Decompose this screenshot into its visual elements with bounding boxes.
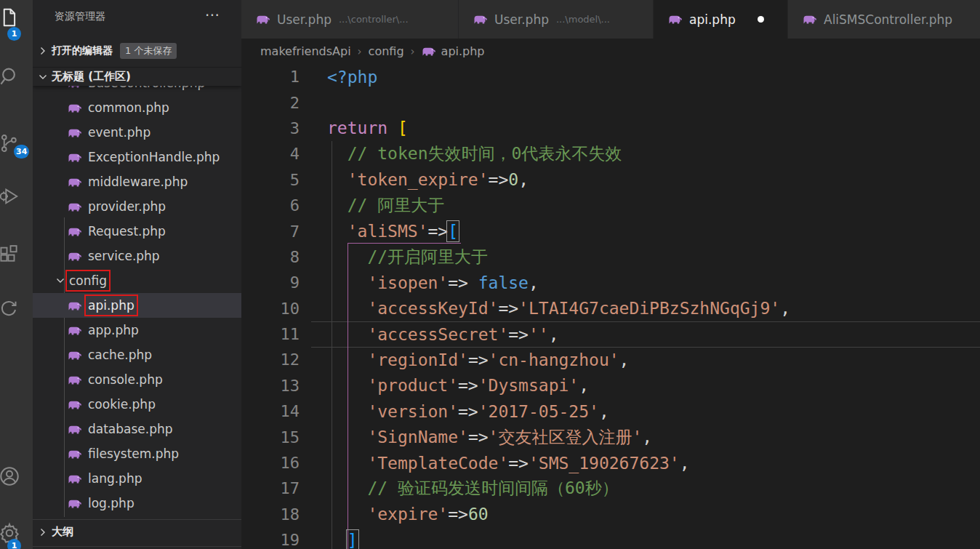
code-line-19[interactable]: 19 ]: [241, 527, 980, 549]
code-line-8[interactable]: 8 //开启阿里大于: [241, 244, 980, 270]
file-row-event-php[interactable]: event.php: [33, 120, 241, 145]
tab-description: ...\model\...: [556, 14, 610, 25]
tab-api-php[interactable]: api.php: [654, 0, 787, 39]
code-line-17[interactable]: 17 // 验证码发送时间间隔（60秒）: [241, 476, 980, 501]
code-line-11[interactable]: 11 'accessSecret'=>'',: [241, 321, 980, 347]
file-row-api-php[interactable]: api.php: [33, 293, 241, 318]
code-line-9[interactable]: 9 'isopen'=> false,: [241, 270, 980, 295]
file-row-database-php[interactable]: database.php: [33, 417, 241, 441]
file-row-service-php[interactable]: service.php: [33, 244, 241, 268]
settings-gear-badge: 1: [7, 539, 21, 549]
code-text: <?php: [327, 68, 377, 87]
file-label: database.php: [88, 422, 173, 436]
line-number: 12: [241, 350, 300, 369]
breadcrumb-file[interactable]: api.php: [441, 44, 485, 58]
code-line-13[interactable]: 13 'product'=>'Dysmsapi',: [241, 373, 980, 398]
line-number: 9: [241, 273, 300, 292]
code-editor[interactable]: 1<?php23return [4 // token失效时间，0代表永不失效5 …: [241, 64, 980, 549]
extensions-icon[interactable]: [0, 244, 21, 267]
search-icon[interactable]: [0, 65, 21, 89]
code-line-12[interactable]: 12 'regionId'=>'cn-hangzhou',: [241, 347, 980, 372]
breadcrumb-separator: ›: [411, 45, 415, 58]
line-number: 3: [241, 119, 300, 137]
line-number: 18: [241, 505, 300, 524]
files-badge: 1: [7, 27, 21, 41]
code-line-14[interactable]: 14 'version'=>'2017-05-25',: [241, 398, 980, 424]
file-label: cookie.php: [88, 397, 156, 412]
folder-row-config[interactable]: config: [33, 268, 241, 293]
file-row-common-php[interactable]: common.php: [33, 95, 241, 120]
code-line-16[interactable]: 16 'TemplateCode'=>'SMS_190267623',: [241, 450, 980, 476]
code-line-18[interactable]: 18 'expire'=>60: [241, 502, 980, 527]
sync-icon[interactable]: [0, 297, 21, 321]
code-text: // token失效时间，0代表永不失效: [327, 143, 622, 165]
file-label: Request.php: [88, 224, 166, 239]
php-elephant-icon: [68, 225, 82, 238]
tab-User-php-model[interactable]: User.php...\model\...: [459, 0, 653, 39]
activity-bar: 1341: [0, 0, 33, 549]
section-divider: [33, 546, 241, 547]
file-row-lang-php[interactable]: lang.php: [33, 466, 241, 491]
chevron-down-icon: [55, 275, 66, 286]
modified-dot-icon[interactable]: [758, 16, 764, 23]
run-debug-icon[interactable]: [0, 185, 21, 209]
file-row-ExceptionHandle-php[interactable]: ExceptionHandle.php: [33, 145, 241, 169]
file-row-cookie-php[interactable]: cookie.php: [33, 392, 241, 417]
account-icon[interactable]: [0, 465, 21, 488]
code-line-1[interactable]: 1<?php: [241, 64, 980, 89]
php-elephant-icon: [68, 448, 82, 460]
code-line-4[interactable]: 4 // token失效时间，0代表永不失效: [241, 141, 980, 167]
outline-label: 大纲: [52, 525, 73, 539]
code-text: //开启阿里大于: [327, 246, 488, 268]
tab-bar: User.php...\controller\...User.php...\mo…: [241, 0, 980, 39]
tab-AliSMSController-php[interactable]: AliSMSController.php: [788, 0, 980, 39]
breadcrumb-item[interactable]: makefriendsApi: [260, 44, 351, 58]
line-number: 2: [241, 94, 300, 112]
php-elephant-icon: [68, 151, 82, 164]
file-row-middleware-php[interactable]: middleware.php: [33, 169, 241, 194]
php-elephant-icon: [68, 324, 82, 337]
more-actions-icon[interactable]: ⋯: [205, 6, 221, 23]
file-row-filesystem-php[interactable]: filesystem.php: [33, 441, 241, 466]
explorer-sidebar: 资源管理器 ⋯ 打开的编辑器 1 个未保存 BaseController.php…: [33, 0, 241, 549]
code-line-2[interactable]: 2: [241, 89, 980, 115]
file-row-provider-php[interactable]: provider.php: [33, 194, 241, 219]
file-label: event.php: [88, 125, 150, 140]
file-row-console-php[interactable]: console.php: [33, 367, 241, 392]
file-label: middleware.php: [88, 175, 188, 189]
php-elephant-icon: [68, 398, 82, 411]
php-elephant-icon: [422, 45, 436, 57]
code-line-7[interactable]: 7 'aliSMS'=>[: [241, 218, 980, 244]
code-text: // 验证码发送时间间隔（60秒）: [327, 477, 619, 500]
php-elephant-icon: [68, 497, 82, 510]
file-row-cache-php[interactable]: cache.php: [33, 342, 241, 367]
file-label: common.php: [88, 100, 169, 115]
code-text: 'accessSecret'=>'',: [327, 325, 559, 344]
code-text: return [: [327, 119, 408, 137]
file-label: api.php: [88, 298, 134, 313]
unsaved-count-badge: 1 个未保存: [120, 43, 177, 59]
code-line-6[interactable]: 6 // 阿里大于: [241, 193, 980, 218]
line-number: 17: [241, 479, 300, 497]
breadcrumb-item[interactable]: config: [369, 44, 404, 58]
outline-section[interactable]: 大纲: [33, 519, 241, 544]
file-row-Request-php[interactable]: Request.php: [33, 219, 241, 244]
line-number: 6: [241, 196, 300, 215]
line-number: 16: [241, 454, 300, 472]
breadcrumb-separator: ›: [358, 45, 362, 58]
workspace-section[interactable]: 无标题 (工作区): [33, 67, 241, 86]
code-line-3[interactable]: 3return [: [241, 116, 980, 141]
file-label: provider.php: [88, 199, 166, 214]
php-elephant-icon: [68, 250, 82, 263]
files-icon[interactable]: [0, 7, 21, 30]
open-editors-section[interactable]: 打开的编辑器 1 个未保存: [33, 41, 241, 61]
tab-User-php-controller[interactable]: User.php...\controller\...: [241, 0, 458, 39]
code-line-10[interactable]: 10 'accessKeyId'=>'LTAI4G7caeDiPBzSzhNGq…: [241, 296, 980, 321]
file-row-log-php[interactable]: log.php: [33, 491, 241, 516]
file-label: config: [69, 273, 107, 288]
file-row-app-php[interactable]: app.php: [33, 318, 241, 342]
tab-description: ...\controller\...: [339, 14, 409, 25]
source-control-badge: 34: [14, 145, 29, 159]
code-line-5[interactable]: 5 'token_expire'=>0,: [241, 167, 980, 193]
code-line-15[interactable]: 15 'SignName'=>'交友社区登入注册',: [241, 424, 980, 449]
